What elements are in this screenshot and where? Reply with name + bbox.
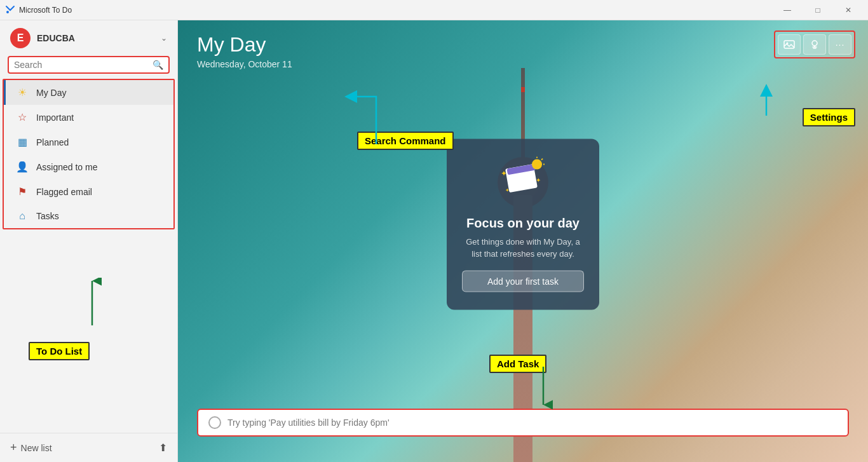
focus-card-description: Get things done with My Day, a list that… xyxy=(462,235,584,260)
task-input[interactable] xyxy=(227,418,837,428)
page-title: My Day xyxy=(197,33,292,57)
new-list-button[interactable]: + New list xyxy=(10,441,52,454)
suggestions-button[interactable] xyxy=(803,34,826,55)
tower-stripe xyxy=(521,87,525,92)
sidebar-item-label: Assigned to me xyxy=(36,162,163,172)
search-icon: 🔍 xyxy=(153,60,163,70)
avatar: E xyxy=(10,28,31,48)
svg-line-9 xyxy=(541,158,543,160)
flag-icon: ⚑ xyxy=(16,186,29,198)
svg-point-3 xyxy=(812,41,817,46)
sun-icon: ☀ xyxy=(16,86,29,99)
more-options-button[interactable]: ··· xyxy=(829,34,851,55)
sidebar-item-label: Planned xyxy=(36,137,163,147)
title-bar: Microsoft To Do — □ ✕ xyxy=(0,0,868,20)
focus-card-title: Focus on your day xyxy=(462,215,584,230)
main-content: My Day Wednesday, October 11 ··· xyxy=(178,20,868,462)
sidebar-item-label: Important xyxy=(36,112,163,123)
sidebar-item-label: Tasks xyxy=(36,211,163,221)
focus-card-image: ✦ ✦ ✦ xyxy=(498,156,548,201)
background-image-button[interactable] xyxy=(778,34,801,55)
sidebar-item-important[interactable]: ☆ Important xyxy=(4,105,173,130)
add-first-task-button[interactable]: Add your first task xyxy=(462,270,584,292)
page-date: Wednesday, October 11 xyxy=(197,59,292,69)
sidebar-item-flagged[interactable]: ⚑ Flagged email xyxy=(4,179,173,204)
profile-name: EDUCBA xyxy=(37,33,154,43)
profile-section: E EDUCBA ⌄ xyxy=(0,20,177,56)
person-icon: 👤 xyxy=(16,161,29,173)
task-circle-icon xyxy=(208,416,221,429)
list-export-button[interactable]: ⬆ xyxy=(159,442,167,454)
close-button[interactable]: ✕ xyxy=(834,0,863,20)
svg-text:✦: ✦ xyxy=(536,176,541,183)
sidebar-item-planned[interactable]: ▦ Planned xyxy=(4,130,173,154)
sidebar-item-label: My Day xyxy=(36,88,163,98)
bulb-icon xyxy=(809,39,820,50)
sidebar: E EDUCBA ⌄ 🔍 ☀ My Day ☆ Important ▦ Plan… xyxy=(0,20,178,462)
svg-point-0 xyxy=(6,11,9,13)
star-icon: ☆ xyxy=(16,111,29,123)
svg-text:✦: ✦ xyxy=(505,187,510,193)
new-list-label: New list xyxy=(21,443,52,453)
app-title: Microsoft To Do xyxy=(19,6,773,15)
home-icon: ⌂ xyxy=(16,210,29,222)
nav-group: ☀ My Day ☆ Important ▦ Planned 👤 Assigne… xyxy=(3,79,175,229)
window-controls: — □ ✕ xyxy=(773,0,863,20)
sidebar-item-my-day[interactable]: ☀ My Day xyxy=(4,80,173,105)
sidebar-item-label: Flagged email xyxy=(36,187,163,197)
calendar-icon: ▦ xyxy=(16,136,29,148)
sidebar-item-assigned[interactable]: 👤 Assigned to me xyxy=(4,154,173,179)
task-input-bar xyxy=(197,409,849,437)
main-container: E EDUCBA ⌄ 🔍 ☀ My Day ☆ Important ▦ Plan… xyxy=(0,20,868,462)
content-header: My Day Wednesday, October 11 xyxy=(197,33,292,69)
sidebar-item-tasks[interactable]: ⌂ Tasks xyxy=(4,204,173,228)
search-bar: 🔍 xyxy=(8,56,170,74)
ellipsis-icon: ··· xyxy=(836,39,845,50)
chevron-down-icon[interactable]: ⌄ xyxy=(161,34,167,43)
maximize-button[interactable]: □ xyxy=(803,0,832,20)
top-right-actions: ··· xyxy=(774,31,855,58)
svg-text:✦: ✦ xyxy=(501,168,507,177)
minimize-button[interactable]: — xyxy=(773,0,802,20)
focus-card: ✦ ✦ ✦ Focus on your day Get things done … xyxy=(447,139,599,309)
sidebar-bottom: + New list ⬆ xyxy=(0,433,177,462)
search-input[interactable] xyxy=(14,60,149,70)
focus-card-icon: ✦ ✦ ✦ xyxy=(462,156,584,208)
svg-point-6 xyxy=(532,159,542,169)
app-icon xyxy=(5,5,15,15)
plus-icon: + xyxy=(10,441,17,454)
image-icon xyxy=(783,39,795,50)
